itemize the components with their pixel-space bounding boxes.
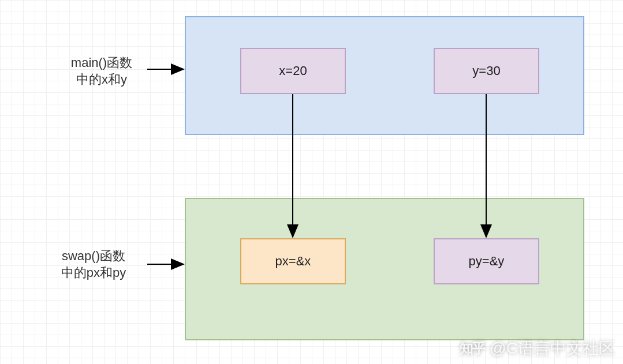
watermark: 知乎 @C语言中文社区 <box>460 337 615 359</box>
swap-label-line2: 中的px和py <box>61 265 126 280</box>
main-label-line1: main()函数 <box>71 55 132 70</box>
variable-x-node: x=20 <box>240 48 346 94</box>
variable-y-node: y=30 <box>434 48 539 94</box>
pointer-py-node: py=&y <box>434 238 539 284</box>
main-function-label: main()函数 中的x和y <box>61 55 142 88</box>
main-label-line2: 中的x和y <box>76 72 127 87</box>
swap-label-line1: swap()函数 <box>62 249 125 263</box>
pointer-px-node: px=&x <box>240 238 346 284</box>
zhihu-logo: 知乎 <box>460 339 485 358</box>
variable-x-label: x=20 <box>279 63 307 78</box>
variable-y-label: y=30 <box>472 63 500 78</box>
pointer-py-label: py=&y <box>469 254 505 269</box>
pointer-px-label: px=&x <box>275 254 311 269</box>
watermark-text: @C语言中文社区 <box>490 337 615 359</box>
swap-function-label: swap()函数 中的px和py <box>47 248 140 281</box>
